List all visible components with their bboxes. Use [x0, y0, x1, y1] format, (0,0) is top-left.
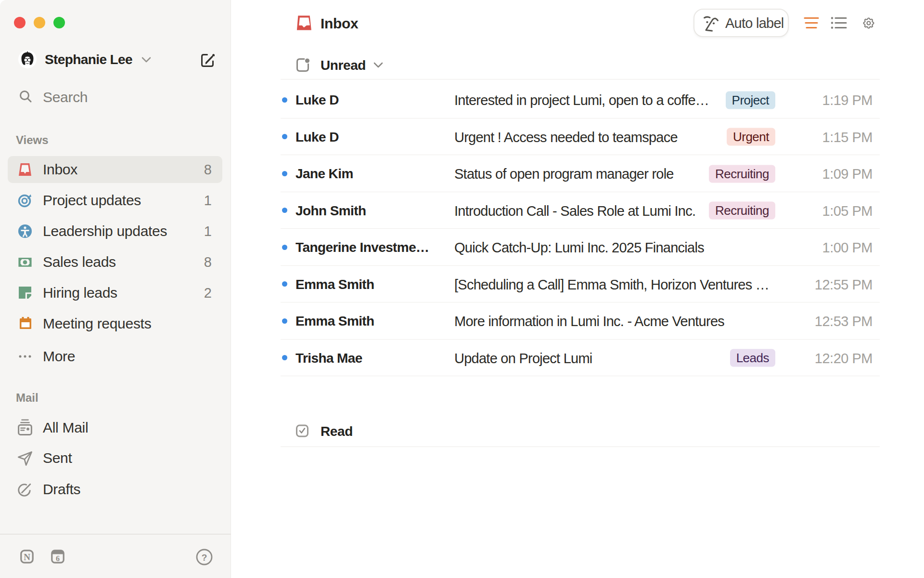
- svg-text:6: 6: [56, 554, 60, 563]
- svg-text:?: ?: [202, 552, 207, 563]
- svg-text:N: N: [24, 552, 30, 562]
